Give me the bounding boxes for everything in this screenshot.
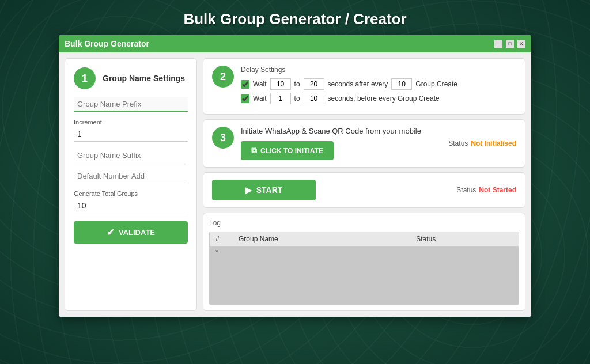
log-table-container: # Group Name Status * — [209, 232, 519, 305]
log-row-marker: * — [210, 247, 519, 259]
delay-val2-1[interactable]: 1 — [270, 93, 291, 104]
delay-val1-2[interactable]: 20 — [304, 78, 324, 90]
log-table-head: # Group Name Status — [210, 232, 519, 247]
delay-row2: Wait 1 to 10 seconds, before every Group… — [241, 93, 516, 104]
delay-row1: Wait 10 to 20 seconds after every 10 Gro… — [241, 78, 516, 90]
increment-group: Increment 1 — [74, 119, 188, 142]
log-empty-row — [210, 258, 519, 304]
start-status-value: Not Started — [479, 186, 516, 194]
default-number-group — [74, 169, 188, 183]
initiate-card: 3 Initiate WhatsApp & Scane QR Code from… — [203, 119, 525, 168]
section1-header: 1 Group Name Settings — [74, 67, 188, 89]
log-row-status-cell — [410, 247, 519, 259]
start-status-area: Status Not Started — [456, 186, 516, 194]
window-title: Bulk Group Generator — [65, 39, 149, 48]
col-hash: # — [210, 232, 233, 247]
section2-number: 2 — [212, 66, 234, 88]
initiate-status-area: Status Not Initialised — [448, 139, 516, 147]
log-title: Log — [209, 219, 519, 227]
delay-wait1: Wait — [253, 80, 267, 88]
window-content: 1 Group Name Settings Increment 1 — [59, 52, 531, 317]
delay-end1: Group Create — [415, 80, 457, 88]
initiate-title: Initiate WhatsApp & Scane QR Code from y… — [241, 127, 448, 135]
external-link-icon: ⧉ — [251, 146, 257, 156]
maximize-button[interactable]: □ — [506, 40, 514, 48]
play-icon: ▶ — [245, 185, 252, 195]
delay-val1-3[interactable]: 10 — [391, 78, 412, 90]
titlebar: Bulk Group Generator – □ ✕ — [59, 35, 531, 52]
minimize-button[interactable]: – — [494, 40, 502, 48]
delay-to1: to — [294, 80, 300, 88]
start-card: ▶ START Status Not Started — [203, 172, 525, 208]
suffix-group — [74, 149, 188, 162]
delay-wait2: Wait — [253, 94, 267, 103]
initiate-content: Initiate WhatsApp & Scane QR Code from y… — [241, 127, 448, 160]
validate-button[interactable]: ✔ VALIDATE — [74, 221, 188, 244]
log-header-row: # Group Name Status — [210, 232, 519, 247]
left-panel: 1 Group Name Settings Increment 1 — [65, 58, 197, 311]
section3-number: 3 — [212, 127, 234, 149]
increment-label: Increment — [74, 119, 188, 126]
suffix-input[interactable] — [74, 149, 188, 162]
start-button-label: START — [256, 185, 283, 195]
delay-header: 2 Delay Settings Wait 10 to 20 seconds a… — [212, 66, 516, 107]
window-controls: – □ ✕ — [494, 40, 525, 48]
delay-card: 2 Delay Settings Wait 10 to 20 seconds a… — [203, 58, 525, 115]
start-button[interactable]: ▶ START — [212, 180, 316, 200]
delay-after1: seconds after every — [328, 80, 388, 88]
start-row: ▶ START Status Not Started — [212, 180, 516, 200]
col-status: Status — [410, 232, 519, 247]
log-table-body: * — [210, 247, 519, 305]
col-group-name: Group Name — [233, 232, 410, 247]
section1-title: Group Name Settings — [103, 74, 185, 83]
log-section: Log # Group Name Status * — [203, 213, 525, 311]
total-groups-label: Generate Total Groups — [74, 190, 188, 197]
default-number-input[interactable] — [74, 169, 188, 183]
validate-label: VALIDATE — [119, 228, 155, 237]
delay-val1-1[interactable]: 10 — [270, 78, 291, 90]
initiate-left: 3 Initiate WhatsApp & Scane QR Code from… — [212, 127, 448, 160]
close-button[interactable]: ✕ — [517, 40, 525, 48]
delay-title: Delay Settings — [241, 66, 516, 74]
prefix-input[interactable] — [74, 97, 188, 112]
prefix-group — [74, 97, 188, 112]
delay-after2: seconds, before every Group Create — [328, 94, 440, 103]
increment-value: 1 — [74, 127, 188, 142]
page-title: Bulk Group Generator / Creator — [183, 10, 406, 28]
right-panel: 2 Delay Settings Wait 10 to 20 seconds a… — [203, 58, 525, 311]
total-groups-group: Generate Total Groups 10 — [74, 190, 188, 213]
initiate-status-label: Status — [448, 139, 468, 147]
delay-body: Delay Settings Wait 10 to 20 seconds aft… — [241, 66, 516, 107]
initiate-status-value: Not Initialised — [471, 139, 516, 147]
total-groups-value: 10 — [74, 199, 188, 213]
initiate-button-label: CLICK TO INITIATE — [260, 147, 323, 155]
log-empty-cell — [210, 258, 519, 304]
initiate-button[interactable]: ⧉ CLICK TO INITIATE — [241, 141, 334, 160]
start-status-label: Status — [456, 186, 476, 194]
delay-val2-2[interactable]: 10 — [304, 93, 324, 104]
app-window: Bulk Group Generator – □ ✕ 1 Group Name … — [59, 35, 531, 317]
log-row-marker-cell: * — [210, 247, 233, 259]
validate-check-icon: ✔ — [107, 227, 114, 238]
delay-checkbox1[interactable] — [241, 80, 249, 89]
log-row-name-cell — [233, 247, 410, 259]
section1-number: 1 — [74, 67, 96, 89]
delay-to2: to — [294, 94, 300, 103]
log-table: # Group Name Status * — [210, 232, 519, 304]
delay-checkbox2[interactable] — [241, 94, 249, 103]
